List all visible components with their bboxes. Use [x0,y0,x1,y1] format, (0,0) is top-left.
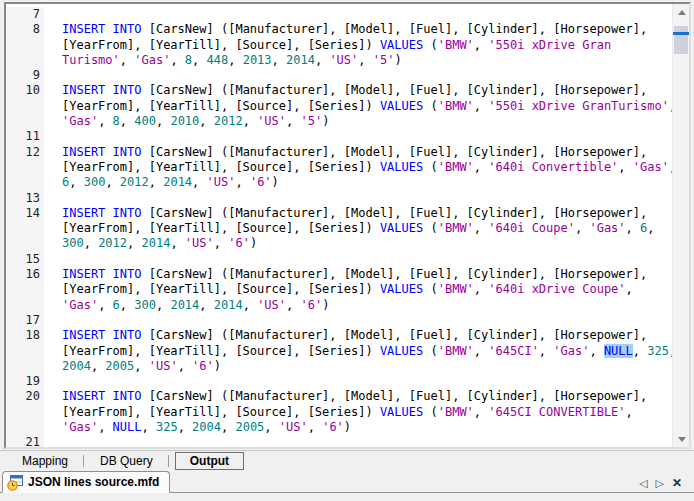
code-text [44,435,672,447]
document-tab-json-lines-source[interactable]: JSON lines source.mfd [2,471,170,493]
line-number: 21 [6,435,44,447]
line-number [6,236,44,251]
code-text: 6, 300, 2012, 2014, 'US', '6') [44,175,672,190]
tab-separator [168,455,169,467]
tab-output-label: Output [190,454,229,468]
code-line: 9 [6,68,672,83]
code-line: 12INSERT INTO [CarsNew] ([Manufacturer],… [6,145,672,160]
code-text: 2004, 2005, 'US', '6') [44,359,672,374]
line-number [6,359,44,374]
line-number [6,175,44,190]
code-text [44,374,672,389]
line-number [6,53,44,68]
line-number: 16 [6,267,44,282]
code-line: 'Gas', 8, 400, 2010, 2012, 'US', '5') [6,114,672,129]
document-tab-bar: JSON lines source.mfd ◁ ▷ ✕ [0,471,694,493]
line-number: 8 [6,22,44,37]
code-text: INSERT INTO [CarsNew] ([Manufacturer], [… [44,206,672,221]
tab-db-query-label: DB Query [100,454,153,468]
code-line: 13 [6,191,672,206]
line-number: 14 [6,206,44,221]
scrollbar-up-button[interactable] [673,4,690,20]
line-number [6,114,44,129]
view-tab-bar: Mapping DB Query Output [0,450,694,471]
line-number: 15 [6,252,44,267]
code-text: [YearFrom], [YearTill], [Source], [Serie… [44,344,672,359]
code-line: Turismo', 'Gas', 8, 448, 2013, 2014, 'US… [6,53,672,68]
line-number: 13 [6,191,44,206]
code-line: [YearFrom], [YearTill], [Source], [Serie… [6,160,672,175]
mapforce-output-panel: 78INSERT INTO [CarsNew] ([Manufacturer],… [0,0,694,501]
code-line: 7 [6,7,672,22]
code-text [44,191,672,206]
code-text: INSERT INTO [CarsNew] ([Manufacturer], [… [44,145,672,160]
tab-mapping[interactable]: Mapping [6,452,84,470]
mfd-file-icon [7,474,24,491]
line-number: 17 [6,313,44,328]
line-number [6,221,44,236]
tab-mapping-label: Mapping [22,454,68,468]
line-number: 18 [6,328,44,343]
code-rows[interactable]: 78INSERT INTO [CarsNew] ([Manufacturer],… [6,4,672,447]
tab-navigation: ◁ ▷ ✕ [639,477,694,492]
code-text: 300, 2012, 2014, 'US', '6') [44,236,672,251]
scrollbar-down-button[interactable] [673,431,690,447]
code-text: Turismo', 'Gas', 8, 448, 2013, 2014, 'US… [44,53,672,68]
code-line: [YearFrom], [YearTill], [Source], [Serie… [6,344,672,359]
code-line: 'Gas', 6, 300, 2014, 2014, 'US', '6') [6,298,672,313]
code-text: INSERT INTO [CarsNew] ([Manufacturer], [… [44,22,672,37]
code-line: [YearFrom], [YearTill], [Source], [Serie… [6,221,672,236]
line-number [6,160,44,175]
document-tab-label: JSON lines source.mfd [28,475,159,489]
code-text: INSERT INTO [CarsNew] ([Manufacturer], [… [44,389,672,404]
line-number [6,344,44,359]
code-text: INSERT INTO [CarsNew] ([Manufacturer], [… [44,328,672,343]
code-text: [YearFrom], [YearTill], [Source], [Serie… [44,221,672,236]
code-line: 14INSERT INTO [CarsNew] ([Manufacturer],… [6,206,672,221]
code-text: [YearFrom], [YearTill], [Source], [Serie… [44,282,672,297]
code-text: 'Gas', 6, 300, 2014, 2014, 'US', '6') [44,298,672,313]
code-line: 300, 2012, 2014, 'US', '6') [6,236,672,251]
line-number: 12 [6,145,44,160]
code-text [44,68,672,83]
code-line: 18INSERT INTO [CarsNew] ([Manufacturer],… [6,328,672,343]
triangle-up-icon [678,10,686,15]
code-line: [YearFrom], [YearTill], [Source], [Serie… [6,99,672,114]
code-line: 17 [6,313,672,328]
code-text: 'Gas', 8, 400, 2010, 2012, 'US', '5') [44,114,672,129]
close-document-button[interactable]: ✕ [672,477,682,489]
line-number: 11 [6,129,44,144]
line-number: 20 [6,389,44,404]
line-number [6,282,44,297]
code-line: 19 [6,374,672,389]
code-line: 21 [6,435,672,447]
tab-scroll-right-button[interactable]: ▷ [655,477,663,489]
code-text [44,313,672,328]
code-line: 6, 300, 2012, 2014, 'US', '6') [6,175,672,190]
scroll-position-marker [673,32,690,35]
line-number: 7 [6,7,44,22]
vertical-scrollbar[interactable] [672,4,689,447]
code-text: [YearFrom], [YearTill], [Source], [Serie… [44,160,672,175]
code-text: 'Gas', NULL, 325, 2004, 2005, 'US', '6') [44,420,672,435]
code-text: [YearFrom], [YearTill], [Source], [Serie… [44,405,672,420]
line-number: 19 [6,374,44,389]
tab-db-query[interactable]: DB Query [84,452,169,470]
line-number: 9 [6,68,44,83]
tab-scroll-left-button[interactable]: ◁ [639,477,647,489]
code-text: [YearFrom], [YearTill], [Source], [Serie… [44,38,672,53]
line-number [6,405,44,420]
tab-output[interactable]: Output [175,452,244,470]
sql-output-editor[interactable]: 78INSERT INTO [CarsNew] ([Manufacturer],… [4,2,691,449]
scrollbar-thumb[interactable] [674,26,688,54]
line-number: 10 [6,83,44,98]
code-line: [YearFrom], [YearTill], [Source], [Serie… [6,405,672,420]
code-text: INSERT INTO [CarsNew] ([Manufacturer], [… [44,267,672,282]
line-number [6,38,44,53]
code-text [44,7,672,22]
code-text [44,129,672,144]
line-number [6,298,44,313]
code-line: [YearFrom], [YearTill], [Source], [Serie… [6,282,672,297]
code-line: 15 [6,252,672,267]
line-number [6,99,44,114]
